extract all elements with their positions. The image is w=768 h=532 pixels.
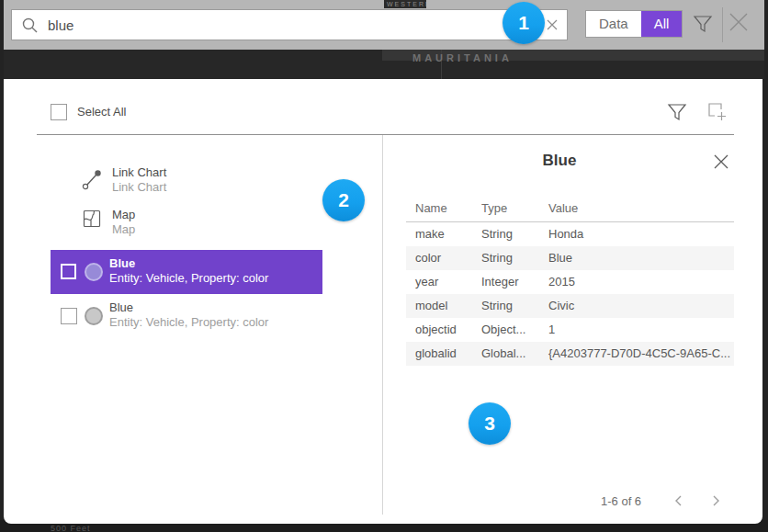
scope-option-all[interactable]: All <box>641 11 683 37</box>
entity-icon <box>85 263 103 281</box>
table-row: objectid Object... 1 <box>406 318 734 342</box>
filter-button[interactable] <box>693 14 713 34</box>
table-row: make String Honda <box>406 222 734 246</box>
result-text: Blue Entity: Vehicle, Property: color <box>109 256 268 286</box>
cell-type: Object... <box>481 318 525 342</box>
result-checkbox[interactable] <box>61 264 76 279</box>
search-icon <box>22 17 38 33</box>
cell-value: 1 <box>548 318 555 342</box>
table-row: model String Civic <box>406 294 734 318</box>
pagination-label: 1-6 of 6 <box>601 494 641 508</box>
result-subtitle: Link Chart <box>112 180 166 195</box>
cell-name: globalid <box>415 342 457 366</box>
detail-close-button[interactable] <box>713 153 731 172</box>
header-divider <box>37 134 734 135</box>
result-title: Blue <box>109 300 268 315</box>
result-title: Blue <box>109 256 268 271</box>
result-text: Link Chart Link Chart <box>112 165 166 195</box>
scope-option-data[interactable]: Data <box>586 11 641 37</box>
detail-title: Blue <box>382 152 737 170</box>
map-scale-label: 500 Feet <box>51 524 91 532</box>
cell-value: Blue <box>548 246 572 270</box>
table-row: color String Blue <box>406 246 734 270</box>
add-selection-icon <box>707 102 728 122</box>
search-results-panel: Select All Link Chart Link Chart Map <box>4 79 762 524</box>
result-subtitle: Entity: Vehicle, Property: color <box>109 315 268 330</box>
result-checkbox[interactable] <box>61 308 77 324</box>
app-window: MAURITANIA WESTERN 500 Feet blue Data Al… <box>0 0 768 532</box>
table-row: globalid Global... {A4203777-D70D-4C5C-9… <box>406 342 734 366</box>
result-text: Blue Entity: Vehicle, Property: color <box>109 300 268 330</box>
cell-type: String <box>481 246 513 270</box>
detail-table-header: Name Type Value <box>406 201 734 220</box>
close-icon <box>713 153 729 170</box>
map-icon <box>79 208 105 228</box>
result-subtitle: Map <box>112 222 135 237</box>
cell-name: color <box>415 246 441 270</box>
cell-value: 2015 <box>548 270 575 294</box>
callout-badge-3: 3 <box>469 402 511 445</box>
pagination-prev-button[interactable] <box>672 493 684 508</box>
entity-icon <box>85 307 103 325</box>
column-value: Value <box>548 201 578 215</box>
result-row-blue-selected[interactable]: Blue Entity: Vehicle, Property: color <box>51 250 322 294</box>
cell-value: Civic <box>548 294 574 318</box>
close-icon <box>728 12 749 32</box>
cell-name: make <box>415 222 445 246</box>
link-chart-icon <box>79 165 105 191</box>
cell-name: year <box>415 270 438 294</box>
clear-icon <box>547 19 558 30</box>
callout-badge-1: 1 <box>503 2 545 44</box>
column-name: Name <box>415 201 447 215</box>
result-title: Link Chart <box>112 165 166 180</box>
cell-name: objectid <box>415 318 457 342</box>
result-row-blue[interactable]: Blue Entity: Vehicle, Property: color <box>51 294 322 338</box>
pagination-next-button[interactable] <box>710 493 723 508</box>
cell-type: Integer <box>481 270 518 294</box>
toolbar-divider <box>722 7 723 42</box>
chevron-right-icon <box>712 494 721 507</box>
map-label-mauritania: MAURITANIA <box>412 52 513 63</box>
filter-icon <box>693 14 713 34</box>
table-row: year Integer 2015 <box>406 270 734 294</box>
column-type: Type <box>481 201 507 215</box>
result-item-link-chart[interactable]: Link Chart Link Chart <box>79 165 166 195</box>
detail-table: make String Honda color String Blue year… <box>406 222 734 366</box>
callout-badge-2: 2 <box>322 179 365 221</box>
add-to-selection-button[interactable] <box>707 102 728 122</box>
cell-type: String <box>481 294 513 318</box>
cell-value: Honda <box>548 222 583 246</box>
map-label-western: WESTERN <box>384 0 426 8</box>
cell-type: Global... <box>481 342 525 366</box>
search-value[interactable]: blue <box>48 17 73 33</box>
list-detail-divider <box>382 135 383 515</box>
select-all-label: Select All <box>77 105 126 119</box>
map-background: MAURITANIA <box>4 50 764 79</box>
result-title: Map <box>112 208 135 222</box>
scope-toggle: Data All <box>585 10 683 38</box>
search-close-button[interactable] <box>728 12 749 32</box>
filter-icon <box>667 102 687 122</box>
chevron-left-icon <box>673 494 683 507</box>
cell-type: String <box>481 222 513 246</box>
search-input[interactable]: blue <box>11 9 568 40</box>
result-text: Map Map <box>112 208 135 237</box>
cell-name: model <box>415 294 447 318</box>
select-all-checkbox[interactable] <box>51 104 67 120</box>
cell-value: {A4203777-D70D-4C5C-9A65-C... <box>548 342 730 366</box>
result-item-map[interactable]: Map Map <box>79 208 135 237</box>
results-filter-button[interactable] <box>667 102 687 122</box>
result-subtitle: Entity: Vehicle, Property: color <box>109 271 268 286</box>
